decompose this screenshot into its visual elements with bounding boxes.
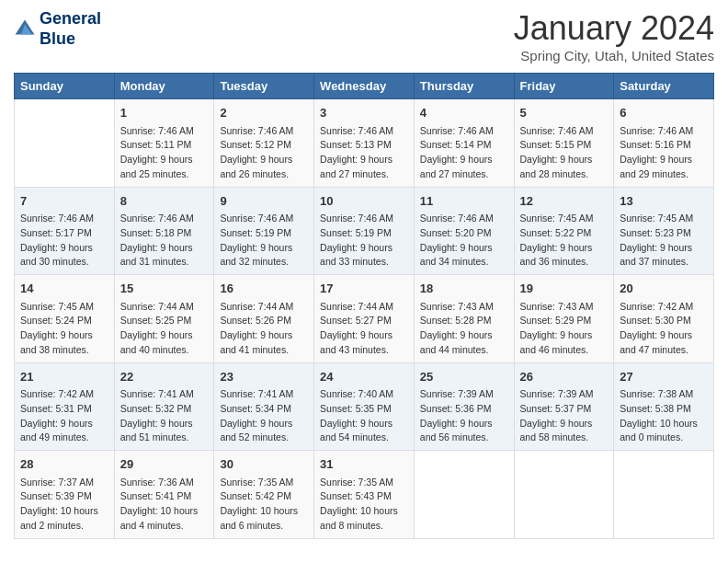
calendar-cell: 24Sunrise: 7:40 AM Sunset: 5:35 PM Dayli… [314,362,415,451]
day-info: Sunrise: 7:46 AM Sunset: 5:18 PM Dayligh… [120,212,209,270]
day-info: Sunrise: 7:46 AM Sunset: 5:12 PM Dayligh… [220,124,308,182]
calendar-cell: 17Sunrise: 7:44 AM Sunset: 5:27 PM Dayli… [314,275,415,363]
calendar-day-header: Thursday [414,74,514,99]
day-info: Sunrise: 7:45 AM Sunset: 5:23 PM Dayligh… [620,212,708,270]
day-info: Sunrise: 7:44 AM Sunset: 5:27 PM Dayligh… [320,300,408,358]
calendar-cell [15,99,115,188]
day-number: 30 [220,455,308,474]
day-number: 26 [520,368,609,386]
day-number: 8 [120,192,209,211]
calendar-cell: 31Sunrise: 7:35 AM Sunset: 5:43 PM Dayli… [314,451,415,539]
calendar-cell: 23Sunrise: 7:41 AM Sunset: 5:34 PM Dayli… [214,362,314,451]
day-number: 1 [120,104,209,122]
day-info: Sunrise: 7:46 AM Sunset: 5:14 PM Dayligh… [420,124,508,182]
day-info: Sunrise: 7:43 AM Sunset: 5:29 PM Dayligh… [520,300,609,358]
calendar-day-header: Saturday [614,74,714,99]
day-number: 4 [420,104,508,122]
calendar-day-header: Sunday [15,74,115,99]
title-block: January 2024 Spring City, Utah, United S… [514,9,714,63]
logo: General Blue [14,9,101,49]
calendar-day-header: Friday [514,74,614,99]
calendar-cell: 14Sunrise: 7:45 AM Sunset: 5:24 PM Dayli… [15,275,115,363]
day-number: 29 [120,455,209,474]
day-number: 21 [20,368,108,386]
day-info: Sunrise: 7:46 AM Sunset: 5:16 PM Dayligh… [620,124,708,182]
day-info: Sunrise: 7:44 AM Sunset: 5:26 PM Dayligh… [220,300,308,358]
month-title: January 2024 [514,9,714,48]
page-header: General Blue January 2024 Spring City, U… [14,9,714,63]
calendar-day-header: Tuesday [214,74,314,99]
calendar-week-row: 1Sunrise: 7:46 AM Sunset: 5:11 PM Daylig… [15,99,714,188]
calendar-cell: 2Sunrise: 7:46 AM Sunset: 5:12 PM Daylig… [214,99,314,188]
day-number: 19 [520,280,609,298]
calendar-day-header: Monday [114,74,214,99]
calendar-cell: 30Sunrise: 7:35 AM Sunset: 5:42 PM Dayli… [214,451,314,539]
logo-text: General Blue [40,9,101,49]
calendar-table: SundayMondayTuesdayWednesdayThursdayFrid… [14,73,714,539]
day-number: 17 [320,280,408,298]
calendar-cell: 1Sunrise: 7:46 AM Sunset: 5:11 PM Daylig… [114,99,214,188]
day-info: Sunrise: 7:41 AM Sunset: 5:32 PM Dayligh… [120,387,209,445]
location-subtitle: Spring City, Utah, United States [514,48,714,63]
calendar-cell [614,451,714,539]
day-info: Sunrise: 7:46 AM Sunset: 5:11 PM Dayligh… [120,124,209,182]
day-info: Sunrise: 7:39 AM Sunset: 5:36 PM Dayligh… [420,387,508,445]
day-number: 2 [220,104,308,122]
day-number: 11 [420,192,508,211]
calendar-cell: 3Sunrise: 7:46 AM Sunset: 5:13 PM Daylig… [314,99,415,188]
day-info: Sunrise: 7:35 AM Sunset: 5:43 PM Dayligh… [320,476,408,534]
day-number: 28 [20,455,108,474]
day-number: 15 [120,280,209,298]
calendar-week-row: 21Sunrise: 7:42 AM Sunset: 5:31 PM Dayli… [15,362,714,451]
day-number: 31 [320,455,408,474]
calendar-cell: 18Sunrise: 7:43 AM Sunset: 5:28 PM Dayli… [414,275,514,363]
calendar-cell: 5Sunrise: 7:46 AM Sunset: 5:15 PM Daylig… [514,99,614,188]
calendar-cell: 16Sunrise: 7:44 AM Sunset: 5:26 PM Dayli… [214,275,314,363]
day-info: Sunrise: 7:39 AM Sunset: 5:37 PM Dayligh… [520,387,609,445]
calendar-cell: 25Sunrise: 7:39 AM Sunset: 5:36 PM Dayli… [414,362,514,451]
calendar-cell: 12Sunrise: 7:45 AM Sunset: 5:22 PM Dayli… [514,187,614,275]
day-info: Sunrise: 7:43 AM Sunset: 5:28 PM Dayligh… [420,300,508,358]
day-number: 25 [420,368,508,386]
day-info: Sunrise: 7:41 AM Sunset: 5:34 PM Dayligh… [220,387,308,445]
day-info: Sunrise: 7:46 AM Sunset: 5:19 PM Dayligh… [220,212,308,270]
day-info: Sunrise: 7:38 AM Sunset: 5:38 PM Dayligh… [620,387,708,445]
day-number: 13 [620,192,708,211]
day-number: 14 [20,280,108,298]
day-info: Sunrise: 7:42 AM Sunset: 5:30 PM Dayligh… [620,300,708,358]
calendar-cell: 13Sunrise: 7:45 AM Sunset: 5:23 PM Dayli… [614,187,714,275]
calendar-cell: 9Sunrise: 7:46 AM Sunset: 5:19 PM Daylig… [214,187,314,275]
calendar-week-row: 14Sunrise: 7:45 AM Sunset: 5:24 PM Dayli… [15,275,714,363]
day-info: Sunrise: 7:40 AM Sunset: 5:35 PM Dayligh… [320,387,408,445]
day-info: Sunrise: 7:45 AM Sunset: 5:24 PM Dayligh… [20,300,108,358]
calendar-cell: 8Sunrise: 7:46 AM Sunset: 5:18 PM Daylig… [114,187,214,275]
day-number: 9 [220,192,308,211]
day-info: Sunrise: 7:44 AM Sunset: 5:25 PM Dayligh… [120,300,209,358]
day-info: Sunrise: 7:36 AM Sunset: 5:41 PM Dayligh… [120,476,209,534]
calendar-cell: 28Sunrise: 7:37 AM Sunset: 5:39 PM Dayli… [15,451,115,539]
calendar-cell: 29Sunrise: 7:36 AM Sunset: 5:41 PM Dayli… [114,451,214,539]
calendar-cell: 22Sunrise: 7:41 AM Sunset: 5:32 PM Dayli… [114,362,214,451]
calendar-cell: 6Sunrise: 7:46 AM Sunset: 5:16 PM Daylig… [614,99,714,188]
day-info: Sunrise: 7:46 AM Sunset: 5:15 PM Dayligh… [520,124,609,182]
day-number: 7 [20,192,108,211]
calendar-cell: 20Sunrise: 7:42 AM Sunset: 5:30 PM Dayli… [614,275,714,363]
calendar-cell: 7Sunrise: 7:46 AM Sunset: 5:17 PM Daylig… [15,187,115,275]
day-info: Sunrise: 7:46 AM Sunset: 5:17 PM Dayligh… [20,212,108,270]
calendar-header-row: SundayMondayTuesdayWednesdayThursdayFrid… [15,74,714,99]
calendar-cell: 19Sunrise: 7:43 AM Sunset: 5:29 PM Dayli… [514,275,614,363]
calendar-cell: 27Sunrise: 7:38 AM Sunset: 5:38 PM Dayli… [614,362,714,451]
day-info: Sunrise: 7:35 AM Sunset: 5:42 PM Dayligh… [220,476,308,534]
day-number: 12 [520,192,609,211]
day-number: 3 [320,104,408,122]
calendar-cell: 26Sunrise: 7:39 AM Sunset: 5:37 PM Dayli… [514,362,614,451]
day-info: Sunrise: 7:46 AM Sunset: 5:13 PM Dayligh… [320,124,408,182]
calendar-cell: 21Sunrise: 7:42 AM Sunset: 5:31 PM Dayli… [15,362,115,451]
day-number: 27 [620,368,708,386]
day-number: 18 [420,280,508,298]
day-number: 24 [320,368,408,386]
day-number: 16 [220,280,308,298]
day-number: 10 [320,192,408,211]
calendar-cell [414,451,514,539]
day-info: Sunrise: 7:46 AM Sunset: 5:20 PM Dayligh… [420,212,508,270]
